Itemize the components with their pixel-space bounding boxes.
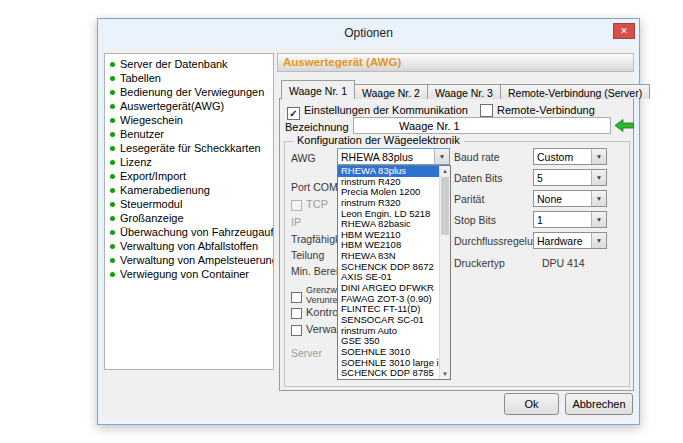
remote-checkbox-label: Remote-Verbindung: [497, 104, 595, 116]
dropdown-item[interactable]: rinstrum R320: [338, 198, 439, 209]
sidebar-item-kamerabedienung[interactable]: Kamerabedienung: [105, 183, 273, 197]
grenzwert-checkbox[interactable]: [291, 290, 306, 304]
chevron-down-icon[interactable]: ▼: [591, 149, 606, 164]
bullet-icon: [110, 188, 115, 193]
bullet-icon: [110, 118, 115, 123]
chevron-down-icon[interactable]: ▼: [591, 170, 606, 185]
stop-bits-value: 1: [537, 213, 590, 227]
konfiguration-groupbox: Konfiguration der Wägeelektronik AWG RHE…: [284, 141, 630, 387]
dropdown-item[interactable]: Precia Molen 1200: [338, 187, 439, 198]
sidebar-item-verwiegung-container[interactable]: Verwiegung von Container: [105, 267, 273, 281]
dropdown-item[interactable]: RHEWA 82basic: [338, 219, 439, 230]
sidebar-item-export-import[interactable]: Export/Import: [105, 169, 273, 183]
sidebar-item-grossanzeige[interactable]: Großanzeige: [105, 211, 273, 225]
sidebar-item-steuermodul[interactable]: Steuermodul: [105, 197, 273, 211]
sidebar-item-label: Großanzeige: [120, 212, 184, 224]
tab-waage-nr-2[interactable]: Waage Nr. 2: [354, 84, 428, 99]
bullet-icon: [110, 230, 115, 235]
daten-bits-select[interactable]: 5 ▼: [533, 169, 607, 186]
sidebar-item-label: Lesegeräte für Scheckkarten: [120, 142, 261, 154]
stop-bits-label: Stop Bits: [454, 214, 496, 226]
dropdown-item[interactable]: GSE 350: [338, 336, 439, 347]
dropdown-item[interactable]: rinstrum R420: [338, 177, 439, 188]
durchflussregelung-select[interactable]: Hardware ▼: [533, 232, 607, 249]
bullet-icon: [110, 62, 115, 67]
dropdown-item[interactable]: DINI ARGEO DFWKR: [338, 283, 439, 294]
sidebar-item-label: Tabellen: [120, 72, 161, 84]
sidebar-item-wiegeschein[interactable]: Wiegeschein: [105, 113, 273, 127]
checkbox-box: [291, 308, 302, 319]
paritaet-value: None: [537, 192, 590, 206]
dialog-body: Server der Datenbank Tabellen Bedienung …: [103, 47, 634, 419]
dropdown-scrollbar[interactable]: ▲ ▼: [439, 166, 450, 379]
druckertyp-value: DPU 414: [542, 257, 585, 269]
tab-waage-nr-3[interactable]: Waage Nr. 3: [427, 84, 501, 99]
scroll-up-icon[interactable]: ▲: [440, 166, 450, 176]
tcp-checkbox: TCP: [291, 198, 328, 212]
chevron-down-icon[interactable]: ▼: [434, 149, 449, 164]
teilung-label: Teilung: [291, 249, 324, 261]
bullet-icon: [110, 160, 115, 165]
paritaet-select[interactable]: None ▼: [533, 190, 607, 207]
dropdown-item[interactable]: FLINTEC FT-11(D): [338, 304, 439, 315]
chevron-down-icon[interactable]: ▼: [591, 233, 606, 248]
sidebar-item-label: Export/Import: [120, 170, 186, 182]
baud-rate-label: Baud rate: [454, 151, 500, 163]
arrow-left-icon: [615, 119, 634, 132]
sidebar-item-tabellen[interactable]: Tabellen: [105, 71, 273, 85]
dialog-titlebar[interactable]: Optionen ✕: [98, 19, 639, 47]
remote-verbindung-checkbox[interactable]: Remote-Verbindung: [480, 104, 595, 118]
close-button[interactable]: ✕: [613, 23, 635, 39]
sidebar-item-label: Kamerabedienung: [120, 184, 210, 196]
tab-waage-nr-1[interactable]: Waage Nr. 1: [281, 80, 355, 99]
stop-bits-select[interactable]: 1 ▼: [533, 211, 607, 228]
dropdown-item[interactable]: SOEHNLE 3010: [338, 347, 439, 358]
sidebar-item-ueberwachung-fahrzeugaufstellung[interactable]: Überwachung von Fahrzeugaufstellung: [105, 225, 273, 239]
dropdown-item[interactable]: SOEHNLE 3010 large inc: [338, 358, 439, 369]
tab-remote-verbindung-server[interactable]: Remote-Verbindung (Server): [500, 84, 650, 99]
bullet-icon: [110, 90, 115, 95]
options-dialog: Optionen ✕ Server der Datenbank Tabellen…: [97, 18, 640, 425]
baud-rate-select[interactable]: Custom ▼: [533, 148, 607, 165]
dropdown-item[interactable]: HBM WE2110: [338, 230, 439, 241]
dropdown-item[interactable]: HBM WE2108: [338, 240, 439, 251]
dropdown-item[interactable]: SCHENCK DDP 8785: [338, 368, 439, 379]
sidebar-item-label: Auswertegerät(AWG): [120, 100, 224, 112]
dropdown-item[interactable]: SENSOCAR SC-01: [338, 315, 439, 326]
bullet-icon: [110, 104, 115, 109]
paritaet-label: Parität: [454, 193, 484, 205]
dropdown-item[interactable]: rinstrum Auto: [338, 326, 439, 337]
sidebar-item-verwaltung-abfallstoffe[interactable]: Verwaltung von Abfallstoffen: [105, 239, 273, 253]
dropdown-item[interactable]: FAWAG ZOT-3 (0.90): [338, 294, 439, 305]
scroll-down-icon[interactable]: ▼: [440, 369, 450, 379]
cancel-button[interactable]: Abbrechen: [565, 393, 633, 415]
kommunikation-checkbox-label: Einstellungen der Kommunikation: [304, 104, 468, 116]
dropdown-items: RHEWA 83plus rinstrum R420 Precia Molen …: [338, 166, 439, 379]
sidebar-item-lizenz[interactable]: Lizenz: [105, 155, 273, 169]
sidebar-item-benutzer[interactable]: Benutzer: [105, 127, 273, 141]
ok-button[interactable]: Ok: [504, 393, 559, 415]
kommunikation-checkbox[interactable]: ✓Einstellungen der Kommunikation: [287, 104, 468, 118]
chevron-down-icon[interactable]: ▼: [591, 212, 606, 227]
sidebar-item-label: Verwaltung von Abfallstoffen: [120, 240, 258, 252]
bullet-icon: [110, 202, 115, 207]
chevron-down-icon[interactable]: ▼: [591, 191, 606, 206]
dropdown-item[interactable]: Leon Engin. LD 5218: [338, 209, 439, 220]
sidebar-item-server-datenbank[interactable]: Server der Datenbank: [105, 57, 273, 71]
apply-bezeichnung-button[interactable]: [614, 117, 635, 134]
dropdown-item[interactable]: AXIS SE-01: [338, 272, 439, 283]
sidebar-item-auswertegeraet-awg[interactable]: Auswertegerät(AWG): [105, 99, 273, 113]
dropdown-item-selected[interactable]: RHEWA 83plus: [338, 166, 439, 177]
sidebar-item-bedienung-verwiegungen[interactable]: Bedienung der Verwiegungen: [105, 85, 273, 99]
bezeichnung-input[interactable]: [353, 117, 611, 134]
tcp-checkbox-label: TCP: [306, 198, 328, 210]
sidebar-item-lesegeraete-scheckkarten[interactable]: Lesegeräte für Scheckkarten: [105, 141, 273, 155]
sidebar-item-verwaltung-ampelsteuerung[interactable]: Verwaltung von Ampelsteuerung: [105, 253, 273, 267]
awg-combobox[interactable]: RHEWA 83plus ▼: [337, 148, 450, 165]
bullet-icon: [110, 244, 115, 249]
scrollbar-thumb[interactable]: [441, 177, 449, 235]
sidebar-item-label: Bedienung der Verwiegungen: [120, 86, 264, 98]
port-com-label: Port COM: [291, 181, 338, 193]
dropdown-item[interactable]: SCHENCK DDP 8672: [338, 262, 439, 273]
dropdown-item[interactable]: RHEWA 83N: [338, 251, 439, 262]
